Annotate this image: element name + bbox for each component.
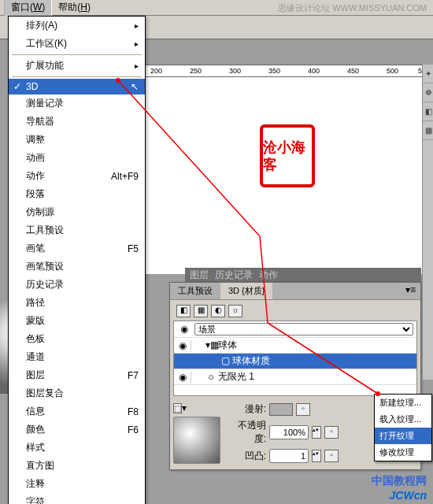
right-dock-strip: ✦ ☸ ◧ ▦	[422, 65, 433, 380]
texture-context-menu: 新建纹理... 载入纹理... 打开纹理 修改纹理	[374, 394, 432, 461]
menu-navigator[interactable]: 导航器	[9, 113, 145, 131]
cursor-icon: ↖	[131, 81, 139, 92]
tab-3d-material[interactable]: 3D {材质}	[220, 283, 272, 299]
material-icon: ▢	[220, 355, 231, 366]
menu-measure[interactable]: 测量记录	[9, 94, 145, 113]
menu-notes[interactable]: 注释	[9, 475, 145, 493]
menu-adjustments[interactable]: 调整	[9, 131, 145, 149]
cube-icon[interactable]: ⬚	[173, 403, 182, 413]
label-opacity: 不透明度:	[227, 419, 266, 446]
menu-clone[interactable]: 仿制源	[9, 203, 145, 221]
check-icon: ✓	[13, 81, 21, 92]
ctx-load-texture[interactable]: 载入纹理...	[375, 411, 431, 428]
stepper-icon[interactable]: ▴▾	[312, 450, 321, 462]
ctx-new-texture[interactable]: 新建纹理...	[375, 395, 431, 411]
filter-material-icon[interactable]: ◐	[211, 305, 225, 317]
menu-help[interactable]: 帮助(H)	[52, 0, 97, 16]
tab-history-bg[interactable]: 历史记录	[215, 269, 253, 282]
menu-window[interactable]: 窗口(W)	[4, 0, 52, 17]
menu-layercomps[interactable]: 图层复合	[9, 384, 145, 402]
tab-actions-bg[interactable]: 动作	[259, 269, 278, 282]
watermark-bottom: JCWcn	[390, 489, 427, 502]
scene-row-material[interactable]: ▢球体材质	[174, 353, 416, 369]
filter-row: ◧ ▦ ◐ ☼	[173, 303, 417, 319]
cavity-input[interactable]	[269, 449, 309, 463]
menu-history[interactable]: 历史记录	[9, 276, 145, 294]
menu-extensions[interactable]: 扩展功能	[9, 57, 145, 75]
watermark-mid: 中国教程网	[372, 474, 427, 488]
menu-styles[interactable]: 样式	[9, 439, 145, 457]
menu-swatches[interactable]: 色板	[9, 330, 145, 348]
menu-actions[interactable]: 动作Alt+F9	[9, 167, 145, 185]
diffuse-texture-button[interactable]: ▫	[296, 403, 310, 416]
bg-panel-tabs: 图层 历史记录 动作	[185, 268, 421, 282]
window-menu-dropdown: 排列(A) 工作区(K) 扩展功能 ✓3D↖ 测量记录 导航器 调整 动画 动作…	[8, 16, 146, 504]
menu-toolpresets[interactable]: 工具预设	[9, 221, 145, 239]
menu-animation[interactable]: 动画	[9, 149, 145, 167]
seal-stamp: 沧小海客	[260, 124, 315, 187]
menu-color[interactable]: 颜色F6	[9, 421, 145, 439]
ctx-edit-texture[interactable]: 修改纹理	[375, 444, 431, 461]
scene-list: ◉ 场景 ◉ ▾▦球体 ▢球体材质 ◉ ☼无限光 1	[173, 321, 417, 396]
mesh-icon: ▾▦	[205, 339, 216, 350]
wheel-icon[interactable]: ☸	[423, 83, 433, 102]
material-preview-sphere[interactable]	[173, 417, 220, 464]
menu-histogram[interactable]: 直方图	[9, 457, 145, 475]
tab-layers-bg[interactable]: 图层	[190, 269, 209, 282]
label-diffuse: 漫射:	[227, 402, 266, 416]
menu-brushpresets[interactable]: 画笔预设	[9, 258, 145, 276]
opacity-input[interactable]	[269, 425, 309, 439]
cavity-texture-button[interactable]: ▫	[324, 450, 339, 462]
panel-menu-icon[interactable]: ▾≡	[401, 283, 420, 299]
ctx-open-texture[interactable]: 打开纹理	[375, 428, 431, 444]
menu-channels[interactable]: 通道	[9, 348, 145, 366]
label-cavity: 凹凸:	[227, 450, 266, 463]
menu-layers[interactable]: 图层F7	[9, 366, 145, 384]
panel-tab-row: 工具预设 3D {材质} ▾≡	[170, 283, 420, 300]
menu-paragraph[interactable]: 段落	[9, 185, 145, 203]
canvas[interactable]: 沧小海客	[134, 77, 433, 274]
menu-character[interactable]: 字符	[9, 493, 145, 504]
stepper-icon[interactable]: ▴▾	[312, 426, 321, 439]
menu-workspace[interactable]: 工作区(K)	[9, 35, 145, 53]
menu-paths[interactable]: 路径	[9, 294, 145, 312]
eye-icon[interactable]: ◉	[174, 372, 191, 383]
menu-info[interactable]: 信息F8	[9, 402, 145, 421]
eye-icon[interactable]: ◉	[174, 340, 191, 351]
color-icon[interactable]: ◧	[423, 102, 433, 121]
filter-mesh-icon[interactable]: ▦	[194, 305, 208, 317]
menu-arrange[interactable]: 排列(A)	[9, 17, 145, 35]
opacity-texture-button[interactable]: ▫	[324, 426, 339, 439]
scene-row-light[interactable]: ◉ ☼无限光 1	[174, 369, 416, 384]
watermark-top: 思缘设计论坛 WWW.MISSYUAN.COM	[278, 2, 427, 14]
swatch-icon[interactable]: ▦	[423, 121, 433, 140]
filter-light-icon[interactable]: ☼	[228, 305, 242, 317]
tab-tool-preset[interactable]: 工具预设	[170, 283, 220, 299]
filter-scene-icon[interactable]: ◧	[176, 305, 191, 317]
menu-3d[interactable]: ✓3D↖	[9, 79, 145, 94]
menu-masks[interactable]: 蒙版	[9, 312, 145, 330]
scene-dropdown[interactable]: 场景	[194, 323, 413, 335]
horizontal-ruler: 200 250 300 350 400 450 500 550	[134, 65, 433, 77]
diffuse-swatch[interactable]	[269, 403, 293, 416]
eye-icon[interactable]: ◉	[177, 324, 191, 335]
navigator-icon[interactable]: ✦	[423, 65, 433, 83]
light-icon: ☼	[205, 371, 216, 382]
scene-row-sphere[interactable]: ◉ ▾▦球体	[174, 337, 416, 353]
dropdown-icon[interactable]: ▾	[182, 402, 187, 413]
menu-brushes[interactable]: 画笔F5	[9, 239, 145, 258]
